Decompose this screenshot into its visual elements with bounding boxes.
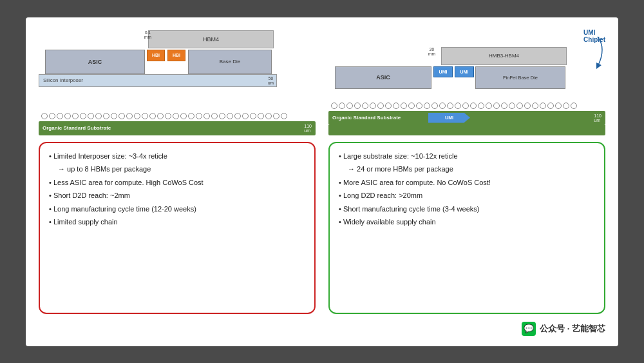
solder-ball (532, 103, 538, 109)
right-content-box: Large substrate size: ~10-12x reticle 24… (328, 142, 605, 314)
solder-ball (486, 103, 492, 109)
solder-ball (57, 113, 63, 119)
substrate-right: Organic Standard Substrate UMI 110um (328, 111, 605, 125)
solder-ball (165, 113, 171, 119)
right-item-4: Short manufacturing cycle time (3-4 week… (339, 204, 595, 215)
solder-ball (516, 103, 523, 109)
asic-box-right: ASIC (335, 66, 431, 89)
solder-ball (72, 113, 79, 119)
solder-ball (563, 103, 569, 109)
solder-ball (103, 113, 109, 119)
substrate-left: Organic Standard Substrate 110um (39, 121, 316, 135)
solder-ball (339, 103, 345, 109)
curved-arrow-svg (587, 35, 609, 71)
solder-ball (219, 113, 225, 119)
solder-ball (424, 103, 430, 109)
solder-ball (250, 113, 256, 119)
solder-ball (408, 103, 415, 109)
solder-ball (331, 103, 337, 109)
solder-ball (273, 113, 279, 119)
left-item-5: Limited supply chain (49, 217, 305, 228)
solder-ball (401, 103, 407, 109)
solder-ball (416, 103, 422, 109)
asic-label-left: ASIC (88, 59, 102, 65)
finfet-base-label: FinFet Base Die (503, 75, 538, 81)
solder-ball (439, 103, 446, 109)
diagram-right: UMI Chiplet HMB3-HBM4 (328, 29, 605, 135)
umi-box-2: UMI (455, 66, 474, 77)
solder-ball (346, 103, 353, 109)
base-die-box: Base Die (188, 50, 272, 74)
silicon-interposer-label: Silicon Interposer (43, 77, 83, 83)
right-item-1: Large substrate size: ~10-12x reticle (339, 151, 595, 162)
solder-ball (41, 113, 48, 119)
left-arrow-item: up to 8 HBMs per package (49, 164, 305, 175)
solder-ball (180, 113, 187, 119)
footer: 💬 公众号 · 艺能智芯 (39, 320, 605, 336)
solder-ball (571, 103, 577, 109)
left-item-4: Long manufacturing cycle time (12-20 wee… (49, 204, 305, 215)
silicon-interposer: Silicon Interposer 50um (39, 74, 277, 87)
solder-ball (258, 113, 264, 119)
substrate-label-left: Organic Standard Substrate (43, 125, 111, 131)
solder-ball (88, 113, 94, 119)
solder-ball (149, 113, 156, 119)
dim-50um: 50um (268, 76, 274, 85)
left-item-3: Short D2D reach: ~2mm (49, 190, 305, 202)
substrate-bottom-right (328, 125, 605, 135)
substrate-label-right: Organic Standard Substrate (332, 115, 401, 121)
solder-ball (157, 113, 164, 119)
solder-ball (134, 113, 140, 119)
right-diagram-container: UMI Chiplet HMB3-HBM4 (328, 29, 605, 135)
solder-ball (524, 103, 531, 109)
solder-ball (555, 103, 562, 109)
solder-ball (493, 103, 500, 109)
solder-ball (370, 103, 376, 109)
solder-ball (227, 113, 233, 119)
substrate-dim-left: 110um (304, 124, 312, 133)
dim-01mm-label: 0.1mm (144, 30, 151, 39)
solder-ball (49, 113, 55, 119)
solder-ball (377, 103, 384, 109)
solder-ball (142, 113, 148, 119)
substrate-dim-right: 110um (594, 113, 601, 123)
hbm4-label: HBM4 (203, 36, 219, 43)
solder-ball (501, 103, 507, 109)
solder-ball (95, 113, 102, 119)
finfet-base-box: FinFet Base Die (475, 66, 565, 89)
dim-20mm-label: 20mm (428, 47, 435, 56)
solder-ball (470, 103, 477, 109)
solder-ball (540, 103, 546, 109)
solder-ball (281, 113, 287, 119)
asic-label-right: ASIC (376, 74, 390, 81)
solder-ball (447, 103, 453, 109)
footer-text: 公众号 · 艺能智芯 (540, 323, 605, 335)
slide: HBM4 0.1mm ASIC HBI HBI Base Die HBI (26, 17, 618, 346)
solder-ball (204, 113, 210, 119)
left-content-box: Limited Interposer size: ~3-4x reticle u… (39, 142, 316, 314)
hbi-box-2: HBI (167, 50, 185, 61)
umi-substrate-arrow: UMI (428, 113, 470, 123)
wechat-icon: 💬 (522, 322, 536, 336)
solder-ball (431, 103, 438, 109)
solder-ball (64, 113, 71, 119)
solder-ball (547, 103, 554, 109)
right-content-list: Large substrate size: ~10-12x reticle 24… (339, 151, 595, 229)
solder-ball (234, 113, 241, 119)
solder-ball (385, 103, 392, 109)
solder-ball (188, 113, 194, 119)
solder-ball (265, 113, 272, 119)
right-item-3: Long D2D reach: >20mm (339, 190, 595, 202)
umi-box-1: UMI (433, 66, 453, 77)
base-die-label: Base Die (220, 59, 240, 64)
content-row: Limited Interposer size: ~3-4x reticle u… (39, 142, 605, 314)
solder-ball (196, 113, 202, 119)
solder-ball (462, 103, 469, 109)
left-diagram-container: HBM4 0.1mm ASIC HBI HBI Base Die HBI (39, 29, 316, 135)
right-arrow-item: 24 or more HBMs per package (339, 164, 595, 175)
hbi-box-1: HBI (147, 50, 165, 61)
solder-ball (478, 103, 484, 109)
solder-ball (509, 103, 515, 109)
solder-ball (393, 103, 399, 109)
diagram-left: HBM4 0.1mm ASIC HBI HBI Base Die HBI (39, 29, 316, 135)
